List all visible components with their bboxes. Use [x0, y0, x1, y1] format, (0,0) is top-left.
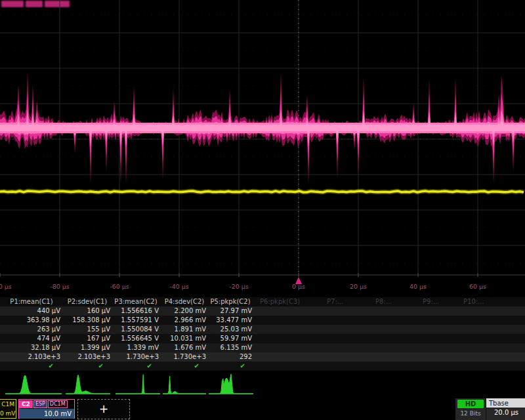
measure-cell-P2-r2: 158.308 µV [64, 316, 112, 325]
measure-cell-P3-r2: 1.557591 V [113, 316, 160, 325]
measure-cell-P2-r6: 2.103e+3 [64, 352, 112, 362]
measure-cell-P3-r6: 1.730e+3 [113, 352, 160, 362]
time-axis-label: 20 µs [350, 283, 367, 290]
measure-cell-P3-r1: 1.556616 V [113, 306, 160, 316]
channel-c2-descriptor[interactable]: C2 ESP DC1M 10.0 mV [18, 399, 75, 419]
acquisition-cluster: HD 12 Bits Tbase 20.0 µs [455, 398, 525, 420]
time-axis-label: -60 µs [110, 283, 129, 290]
measure-column-P2: P2:sdev(C1)160 µV158.308 µV155 µV167 µV1… [64, 297, 112, 371]
measure-cell-P2-r5: 1.399 µV [64, 343, 112, 352]
measure-column-P10: P10:... [463, 297, 495, 371]
c2-eres-badge: ESP [33, 400, 47, 408]
status-check-icon: ✔ [163, 362, 207, 371]
channel-c1-descriptor[interactable]: C1M 0 mV [0, 399, 16, 419]
histicon-row [0, 372, 525, 397]
measure-column-P9: P9:... [423, 297, 452, 371]
measure-cell-P4-r4: 10.031 mV [163, 334, 207, 343]
measure-cell-P2-r1: 160 µV [64, 306, 112, 316]
histicon-P3[interactable] [116, 375, 160, 394]
status-check-icon: ✔ [3, 362, 62, 371]
timebase-descriptor[interactable]: Tbase 20.0 µs [486, 398, 525, 420]
measure-cell-P5-r1: 27.97 mV [209, 306, 253, 316]
status-check-icon: ✔ [64, 362, 112, 371]
timebase-value: 20.0 µs [486, 408, 525, 417]
measure-column-P4: P4:sdev(C2)2.200 mV2.966 mV1.891 mV10.03… [163, 297, 207, 371]
measure-cell-P5-r6: 292 [209, 352, 253, 362]
c1-scale: 0 mV [0, 409, 16, 418]
waveform-display[interactable]: -100 µs-80 µs-60 µs-40 µs-20 µs0 µs20 µs… [0, 0, 525, 295]
histicon-P1[interactable] [5, 376, 62, 394]
oscilloscope-screen: -100 µs-80 µs-60 µs-40 µs-20 µs0 µs20 µs… [0, 0, 525, 420]
time-axis-label: -40 µs [169, 283, 189, 290]
measure-header-P2[interactable]: P2:sdev(C1) [64, 297, 112, 306]
histicon-P5[interactable] [209, 374, 253, 394]
measure-header-P8[interactable]: P8:... [375, 297, 404, 306]
time-axis-label: 60 µs [469, 283, 486, 290]
measure-cell-P1-r5: 32.18 µV [3, 343, 62, 352]
measure-cell-P4-r5: 1.676 mV [163, 343, 207, 352]
time-axis-label: -80 µs [50, 283, 70, 290]
measure-header-P4[interactable]: P4:sdev(C2) [163, 297, 207, 306]
measure-cell-P4-r3: 1.891 mV [163, 325, 207, 334]
trigger-position-marker[interactable] [295, 277, 302, 284]
measure-cell-P1-r3: 263 µV [3, 325, 62, 334]
bottom-bar: C1M 0 mV C2 ESP DC1M 10.0 mV + HD 12 Bit… [0, 398, 525, 420]
hd-badge: HD [457, 400, 484, 408]
c1-label: C1M [0, 400, 16, 409]
c2-scale: 10.0 mV [19, 409, 74, 419]
measure-header-P3[interactable]: P3:mean(C2) [113, 297, 160, 306]
time-axis-label: -20 µs [229, 283, 249, 290]
measure-column-P1: P1:mean(C1)440 µV363.98 µV263 µV474 µV32… [3, 297, 62, 371]
measure-cell-P3-r5: 1.339 mV [113, 343, 160, 352]
measure-cell-P4-r2: 2.966 mV [163, 316, 207, 325]
hd-bits-label: 12 Bits [455, 410, 486, 417]
plus-icon: + [99, 404, 108, 415]
measure-column-P5: P5:pkpk(C2)27.97 mV33.477 mV25.03 mV59.9… [209, 297, 253, 371]
measure-cell-P1-r2: 363.98 µV [3, 316, 62, 325]
status-check-icon: ✔ [113, 362, 160, 371]
measure-cell-P5-r3: 25.03 mV [209, 325, 253, 334]
c2-coupling-badge: DC1M [48, 400, 68, 408]
add-trace-button[interactable]: + [77, 399, 130, 419]
time-axis-label: 40 µs [410, 283, 427, 290]
measure-header-P5[interactable]: P5:pkpk(C2) [209, 297, 253, 306]
measure-cell-P4-r1: 2.200 mV [163, 306, 207, 316]
histicon-P2[interactable] [66, 375, 110, 394]
measure-cell-P2-r3: 155 µV [64, 325, 112, 334]
time-axis-label: -100 µs [0, 283, 12, 290]
measure-cell-P1-r1: 440 µV [3, 306, 62, 316]
measure-cell-P5-r2: 33.477 mV [209, 316, 253, 325]
measure-cell-P5-r4: 59.97 mV [209, 334, 253, 343]
measure-table: P1:mean(C1)440 µV363.98 µV263 µV474 µV32… [0, 297, 525, 371]
measure-header-P6[interactable]: P6:pkpk(C3) [260, 297, 304, 306]
measure-header-P7[interactable]: P7:... [327, 297, 356, 306]
measure-cell-P4-r6: 1.730e+3 [163, 352, 207, 362]
measure-column-P3: P3:mean(C2)1.556616 V1.557591 V1.550084 … [113, 297, 160, 371]
measure-column-P6: P6:pkpk(C3) [260, 297, 304, 371]
c1-trace [0, 191, 524, 192]
c2-label: C2 [19, 400, 33, 408]
histicon-P4[interactable] [163, 376, 206, 394]
measure-column-P7: P7:... [327, 297, 356, 371]
timebase-title: Tbase [486, 398, 525, 408]
status-check-icon: ✔ [209, 362, 253, 371]
measure-cell-P1-r4: 474 µV [3, 334, 62, 343]
measure-cell-P3-r4: 1.556645 V [113, 334, 160, 343]
measure-column-P8: P8:... [375, 297, 404, 371]
measure-header-P1[interactable]: P1:mean(C1) [3, 297, 62, 306]
measure-header-P10[interactable]: P10:... [463, 297, 495, 306]
measure-header-P9[interactable]: P9:... [423, 297, 452, 306]
measure-cell-P5-r5: 6.135 mV [209, 343, 253, 352]
measure-cell-P2-r4: 167 µV [64, 334, 112, 343]
hd-mode-indicator[interactable]: HD 12 Bits [455, 398, 486, 420]
measure-cell-P1-r6: 2.103e+3 [3, 352, 62, 362]
measure-cell-P3-r3: 1.550084 V [113, 325, 160, 334]
